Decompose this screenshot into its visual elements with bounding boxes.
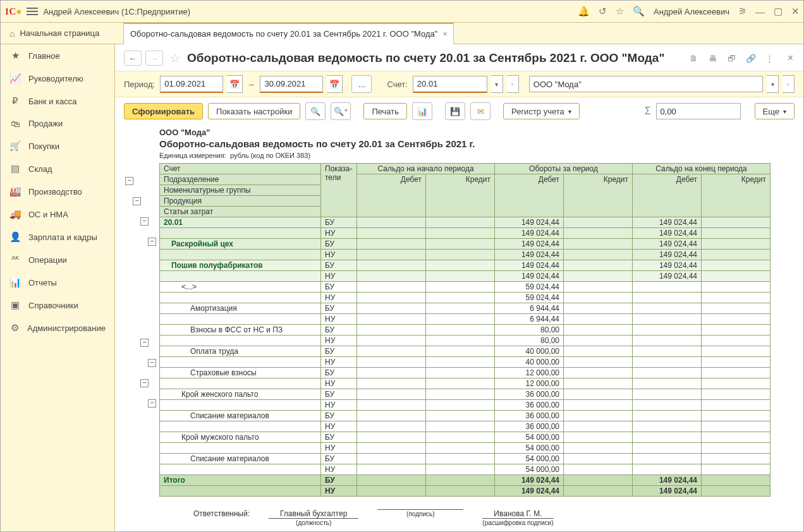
menu-icon[interactable] xyxy=(27,8,38,15)
preview-icon[interactable]: 🗗 xyxy=(726,52,738,64)
account-open-button[interactable]: ▫ xyxy=(507,75,519,93)
org-dropdown-button[interactable]: ▾ xyxy=(767,75,779,93)
sidebar-item-9[interactable]: ᴬᴷОперации xyxy=(1,248,114,271)
date-from-input[interactable]: 01.09.2021 xyxy=(160,76,223,93)
bell-icon[interactable]: 🔔 xyxy=(578,6,590,17)
save-report-icon[interactable]: 🗎 xyxy=(688,52,700,64)
table-row[interactable]: ИтогоБУ149 024,44149 024,44 xyxy=(160,475,770,486)
sidebar-item-4[interactable]: 🛒Покупки xyxy=(1,135,114,157)
tree-toggle[interactable]: − xyxy=(133,197,141,205)
sidebar-label: Руководителю xyxy=(28,74,83,83)
table-row[interactable]: Крой женского пальтоБУ36 000,00 xyxy=(160,389,770,400)
tab-home[interactable]: ⌂ Начальная страница xyxy=(1,23,124,44)
chart-button[interactable]: 📊 xyxy=(412,102,432,120)
report-org: ООО "Мода" xyxy=(159,128,793,137)
star-icon[interactable]: ☆ xyxy=(616,6,624,17)
table-row[interactable]: Взносы в ФСС от НС и ПЗБУ80,00 xyxy=(160,325,770,336)
table-row[interactable]: НУ59 024,44 xyxy=(160,293,770,303)
table-row[interactable]: НУ36 000,00 xyxy=(160,421,770,432)
sidebar-item-5[interactable]: ▤Склад xyxy=(1,157,114,180)
period-picker-button[interactable]: ... xyxy=(351,75,372,93)
hdr-debit: Дебет xyxy=(357,174,426,217)
table-row[interactable]: НУ12 000,00 xyxy=(160,378,770,389)
date-to-input[interactable]: 30.09.2021 xyxy=(260,76,323,93)
sidebar-item-2[interactable]: ₽Банк и касса xyxy=(1,90,114,112)
kebab-icon[interactable]: ⋮ xyxy=(764,52,776,64)
date-from-calendar-icon[interactable]: 📅 xyxy=(227,75,243,93)
table-row[interactable]: НУ149 024,44149 024,44 xyxy=(160,486,770,497)
tree-toggle[interactable]: − xyxy=(140,379,149,387)
tree-toggle[interactable]: − xyxy=(140,217,149,226)
table-row[interactable]: НУ149 024,44149 024,44 xyxy=(160,228,770,239)
sidebar-icon: 👤 xyxy=(9,231,21,243)
sidebar-label: Операции xyxy=(28,255,67,265)
tree-toggle[interactable]: − xyxy=(148,238,156,246)
sidebar-item-6[interactable]: 🏭Производство xyxy=(1,180,114,203)
table-row[interactable]: Страховые взносыБУ12 000,00 xyxy=(160,368,770,378)
more-button[interactable]: Еще ▾ xyxy=(755,103,795,119)
table-row[interactable]: Списание материаловБУ36 000,00 xyxy=(160,411,770,421)
table-row[interactable]: 20.01БУ149 024,44149 024,44 xyxy=(160,217,770,228)
sidebar-item-1[interactable]: 📈Руководителю xyxy=(1,67,114,90)
sidebar-item-8[interactable]: 👤Зарплата и кадры xyxy=(1,226,114,248)
table-row[interactable]: Крой мужского пальтоБУ54 000,00 xyxy=(160,432,770,443)
table-row[interactable]: НУ149 024,44149 024,44 xyxy=(160,271,770,282)
tab-current[interactable]: Оборотно-сальдовая ведомость по счету 20… xyxy=(124,23,454,44)
sum-field[interactable]: 0,00 xyxy=(656,103,741,119)
report-table: Счет Показа- тели Сальдо на начало перио… xyxy=(159,163,770,497)
table-row[interactable]: НУ54 000,00 xyxy=(160,443,770,454)
org-input[interactable]: ООО "Мода" xyxy=(529,76,763,92)
minimize-icon[interactable]: — xyxy=(755,6,765,17)
table-row[interactable]: <...>БУ59 024,44 xyxy=(160,282,770,293)
print-icon[interactable]: 🖶 xyxy=(707,52,719,64)
account-input[interactable]: 20.01 xyxy=(413,76,487,93)
email-button[interactable]: ✉ xyxy=(470,102,490,120)
hdr-nomgroups: Номенклатурные группы xyxy=(160,185,321,196)
table-row[interactable]: Пошив полуфабрикатовБУ149 024,44149 024,… xyxy=(160,260,770,271)
date-to-calendar-icon[interactable]: 📅 xyxy=(327,75,343,93)
org-open-button[interactable]: ▫ xyxy=(783,75,795,93)
tab-close-icon[interactable]: × xyxy=(442,30,447,39)
tabs-bar: ⌂ Начальная страница Оборотно-сальдовая … xyxy=(1,23,803,44)
filter-icon[interactable]: ⚞ xyxy=(738,6,746,17)
tree-toggle[interactable]: − xyxy=(125,177,133,185)
form-button[interactable]: Сформировать xyxy=(124,103,203,119)
register-button[interactable]: Регистр учета ▾ xyxy=(503,103,580,119)
sidebar-icon: ▤ xyxy=(9,163,21,174)
table-row[interactable]: НУ80,00 xyxy=(160,336,770,346)
show-settings-button[interactable]: Показать настройки xyxy=(208,103,300,119)
table-row[interactable]: Раскройный цехБУ149 024,44149 024,44 xyxy=(160,239,770,250)
tree-toggle[interactable]: − xyxy=(148,399,156,408)
tree-toggle[interactable]: − xyxy=(148,359,156,367)
account-dropdown-button[interactable]: ▾ xyxy=(491,75,503,93)
nav-back-button[interactable]: ← xyxy=(124,51,142,66)
sidebar-item-3[interactable]: 🛍Продажи xyxy=(1,112,114,135)
favorite-star-icon[interactable]: ☆ xyxy=(169,51,181,66)
print-button[interactable]: Печать xyxy=(363,103,407,119)
sidebar-item-7[interactable]: 🚚ОС и НМА xyxy=(1,203,114,226)
tree-toggle[interactable]: − xyxy=(140,339,149,347)
table-row[interactable]: НУ54 000,00 xyxy=(160,464,770,475)
sidebar-item-0[interactable]: ★Главное xyxy=(1,44,114,67)
table-row[interactable]: НУ40 000,00 xyxy=(160,357,770,368)
table-row[interactable]: НУ149 024,44149 024,44 xyxy=(160,250,770,260)
search-icon[interactable]: 🔍 xyxy=(633,6,645,17)
find-button[interactable]: 🔍 xyxy=(305,102,326,120)
table-row[interactable]: Оплата трудаБУ40 000,00 xyxy=(160,346,770,357)
sidebar-item-11[interactable]: ▣Справочники xyxy=(1,294,114,317)
table-row[interactable]: Списание материаловБУ54 000,00 xyxy=(160,454,770,464)
close-page-icon[interactable]: × xyxy=(788,52,793,64)
sidebar-item-10[interactable]: 📊Отчеты xyxy=(1,271,114,294)
save-button[interactable]: 💾 xyxy=(445,102,465,120)
maximize-icon[interactable]: ▢ xyxy=(774,6,783,17)
title-user-right[interactable]: Андрей Алексеевич xyxy=(654,7,729,16)
close-window-icon[interactable]: ✕ xyxy=(791,6,800,17)
nav-forward-button[interactable]: → xyxy=(145,51,163,66)
table-row[interactable]: АмортизацияБУ6 944,44 xyxy=(160,303,770,314)
table-row[interactable]: НУ6 944,44 xyxy=(160,314,770,325)
expand-button[interactable]: 🔍⁺ xyxy=(331,102,351,120)
sidebar-item-12[interactable]: ⚙Администрирование xyxy=(1,317,114,339)
history-icon[interactable]: ↺ xyxy=(599,6,607,17)
link-icon[interactable]: 🔗 xyxy=(745,52,757,64)
table-row[interactable]: НУ36 000,00 xyxy=(160,400,770,411)
